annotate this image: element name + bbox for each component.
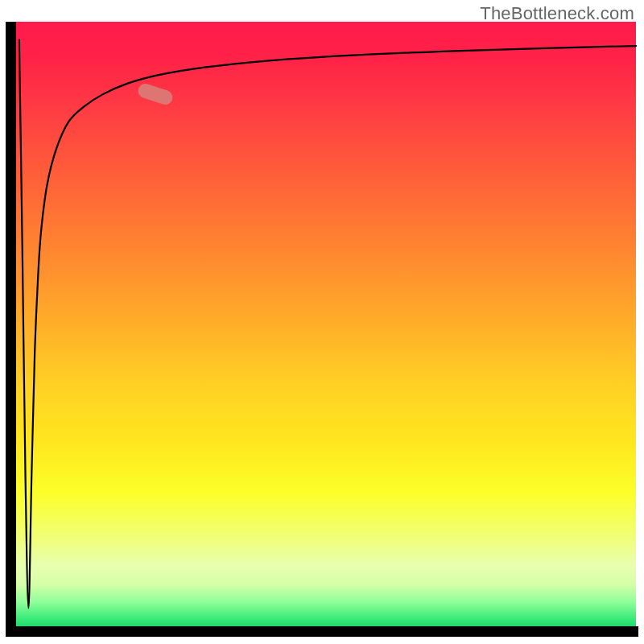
y-axis-bar	[6, 22, 16, 626]
plot-gradient-background	[16, 22, 636, 626]
chart-container: TheBottleneck.com	[0, 0, 644, 644]
x-axis-bar	[6, 626, 638, 637]
